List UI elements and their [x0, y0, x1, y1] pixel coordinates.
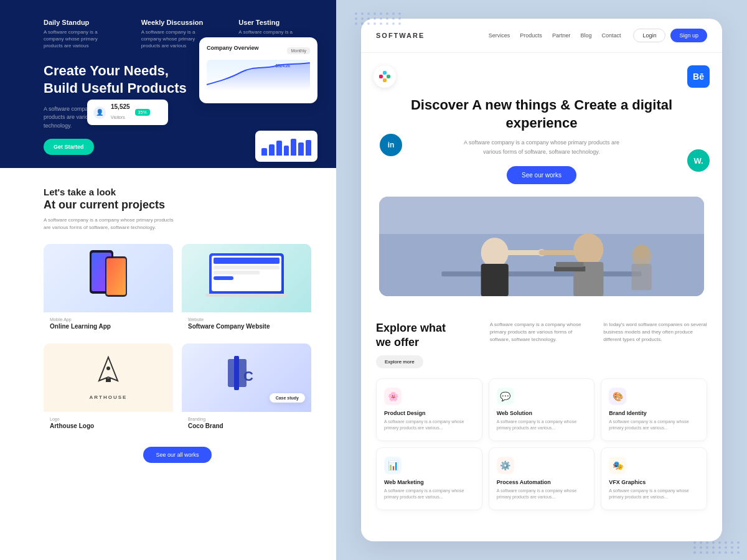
- laptop-base: [205, 294, 288, 297]
- explore-top: Explore what we offer Explore more A sof…: [376, 321, 707, 368]
- project-category-mobile-app: Mobile App: [50, 317, 167, 322]
- brand-identity-icon: 🎨: [609, 388, 626, 405]
- nav-buttons: Login Sign up: [633, 29, 707, 42]
- web-solution-icon: 💬: [497, 388, 514, 405]
- bar-5: [291, 139, 296, 156]
- dashboard-title: Company Overview: [207, 45, 259, 51]
- team-photo-illustration: [379, 197, 704, 296]
- nav-link-services[interactable]: Services: [489, 32, 510, 39]
- service-title-product-design: Product Design: [384, 410, 474, 416]
- svg-rect-30: [554, 266, 585, 271]
- project-card-info-branding: Branding Coco Brand: [182, 412, 311, 434]
- laptop-screen: [209, 253, 284, 294]
- projects-description: A software company is a company whose pr…: [44, 217, 181, 231]
- nav-link-products[interactable]: Products: [520, 32, 542, 39]
- service-title-web-marketing: Web Marketing: [384, 479, 474, 485]
- visitor-growth-badge: 35%: [135, 109, 150, 116]
- explore-desc-1: A software company is a company whose pr…: [490, 321, 594, 343]
- project-card-info-website: Website Software Company Website: [182, 312, 311, 335]
- svg-rect-19: [481, 264, 509, 296]
- dots-decoration-br: [693, 541, 741, 554]
- bar-4: [284, 146, 289, 156]
- login-button[interactable]: Login: [633, 29, 665, 42]
- svg-rect-14: [383, 78, 387, 82]
- explore-heading: Explore what we offer: [376, 321, 480, 350]
- software-navbar: SOFTWARE Services Products Partner Blog …: [361, 19, 722, 53]
- service-card-process-automation: ⚙️ Process Automation A software company…: [489, 447, 595, 510]
- pencil-icon: ARTHOUSE: [77, 343, 140, 412]
- laptop-mockup: [209, 253, 284, 303]
- projects-section: Let's take a look At our current project…: [0, 168, 336, 560]
- service-desc-product-design: A software company is a company whose pr…: [384, 419, 474, 432]
- services-grid: 🌸 Product Design A software company is a…: [376, 378, 707, 510]
- explore-section: Explore what we offer Explore more A sof…: [361, 309, 722, 541]
- project-category-website: Website: [188, 317, 305, 322]
- projects-grid: Mobile App Online Learning App: [44, 244, 311, 434]
- bar-chart-card: [255, 131, 317, 162]
- service-card-web-marketing: 📊 Web Marketing A software company is a …: [376, 447, 482, 510]
- project-title-logo: Arthouse Logo: [50, 422, 167, 429]
- svg-text:C: C: [243, 368, 253, 384]
- dashboard-period: Monthly: [287, 47, 310, 54]
- branding-svg: C: [222, 353, 271, 403]
- case-study-badge: Case study: [270, 393, 305, 403]
- visitor-info: 15,525 Visitors: [111, 103, 130, 121]
- project-image-branding: C Case study: [182, 343, 311, 412]
- linkedin-icon: in: [380, 134, 402, 156]
- service-title-process-automation: Process Automation: [497, 479, 587, 485]
- projects-heading-2: At our current projects: [44, 198, 311, 212]
- svg-point-29: [636, 245, 648, 259]
- see-works-button[interactable]: See our works: [507, 166, 576, 184]
- w-icon: W.: [687, 149, 710, 172]
- project-title-mobile-app: Online Learning App: [50, 323, 167, 330]
- software-hero-desc: A software company is a company whose pr…: [461, 138, 622, 156]
- svg-rect-4: [106, 258, 126, 295]
- bar-6: [298, 142, 304, 156]
- hero-section: Daily Standup A software company is a co…: [0, 0, 336, 168]
- svg-rect-11: [379, 75, 383, 78]
- svg-rect-28: [632, 264, 652, 290]
- explore-title: Explore what we offer Explore more: [376, 321, 480, 368]
- project-category-logo: Logo: [50, 417, 167, 421]
- service-desc-web-marketing: A software company is a company whose pr…: [384, 488, 474, 501]
- project-title-website: Software Company Website: [188, 323, 305, 330]
- svg-rect-9: [234, 356, 239, 390]
- get-started-button[interactable]: Get Started: [44, 139, 94, 155]
- service-desc-process-automation: A software company is a company whose pr…: [497, 488, 587, 501]
- explore-more-button[interactable]: Explore more: [376, 355, 423, 368]
- software-card: SOFTWARE Services Products Partner Blog …: [361, 19, 722, 541]
- project-image-logo: ARTHOUSE: [44, 343, 173, 412]
- service-card-web-solution: 💬 Web Solution A software company is a c…: [489, 378, 595, 441]
- stat-daily-standup: Daily Standup A software company is a co…: [44, 19, 116, 50]
- nav-links: Services Products Partner Blog Contact: [489, 32, 621, 39]
- nav-link-partner[interactable]: Partner: [552, 32, 571, 39]
- svg-rect-12: [383, 71, 387, 75]
- software-hero: Bē Discover A new things & Create a digi…: [361, 53, 722, 197]
- explore-desc-2: In today's word software companies on se…: [603, 321, 707, 343]
- svg-point-20: [486, 238, 504, 258]
- bar-1: [261, 148, 267, 156]
- see-all-button[interactable]: See our all works: [143, 447, 211, 463]
- svg-rect-13: [387, 75, 390, 78]
- service-card-vfx-graphics: 🎭 VFX Graphics A software company is a c…: [601, 447, 707, 510]
- right-panel: SOFTWARE Services Products Partner Blog …: [336, 0, 747, 560]
- web-marketing-icon: 📊: [384, 457, 402, 474]
- arthouse-pencil-svg: [96, 356, 121, 387]
- signup-button[interactable]: Sign up: [670, 29, 707, 42]
- project-title-branding: Coco Brand: [188, 422, 305, 429]
- svg-rect-17: [441, 271, 641, 276]
- service-card-brand-identity: 🎨 Brand Identity A software company is a…: [601, 378, 707, 441]
- service-title-brand-identity: Brand Identity: [609, 410, 699, 416]
- projects-header: Let's take a look At our current project…: [44, 187, 311, 231]
- left-panel: Daily Standup A software company is a co…: [0, 0, 336, 560]
- nav-link-contact[interactable]: Contact: [601, 32, 621, 39]
- project-card-mobile-app: Mobile App Online Learning App: [44, 244, 173, 335]
- visitor-pill: 👤 15,525 Visitors 35%: [87, 100, 168, 125]
- svg-point-7: [106, 366, 110, 370]
- visitor-icon: 👤: [93, 106, 106, 119]
- nav-link-blog[interactable]: Blog: [580, 32, 591, 39]
- bar-7: [306, 140, 311, 156]
- bar-3: [276, 141, 282, 156]
- visitor-label: Visitors: [111, 115, 125, 119]
- dots-decoration-tl: [355, 12, 402, 25]
